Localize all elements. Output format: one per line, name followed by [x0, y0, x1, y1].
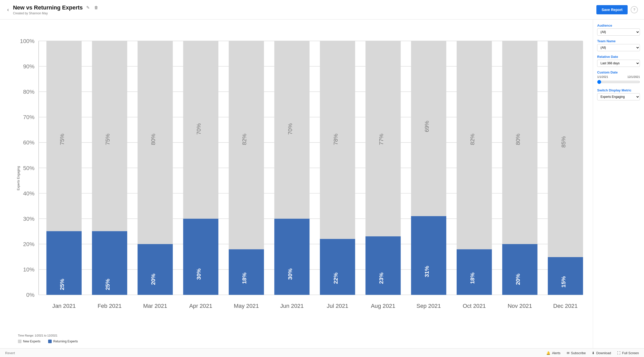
- delete-button[interactable]: 🗑: [93, 4, 99, 11]
- audience-select[interactable]: (All): [597, 28, 640, 36]
- bar-mar-returning: [137, 244, 173, 295]
- svg-text:90%: 90%: [23, 63, 35, 70]
- legend-new: New Experts: [18, 340, 40, 343]
- relative-date-select[interactable]: Last 366 days: [597, 60, 640, 67]
- alerts-button[interactable]: 🔔 Alerts: [546, 351, 560, 355]
- audience-label: Audience: [597, 24, 640, 27]
- fullscreen-label: Full Screen: [622, 351, 639, 355]
- svg-text:50%: 50%: [23, 165, 35, 171]
- fullscreen-button[interactable]: ⛶ Full Screen: [617, 351, 639, 355]
- svg-text:82%: 82%: [241, 134, 248, 145]
- bar-sep-returning: [411, 216, 446, 295]
- svg-text:69%: 69%: [424, 121, 430, 132]
- report-title-row: New vs Returning Experts ✎ 🗑: [13, 4, 597, 11]
- svg-text:18%: 18%: [469, 272, 476, 284]
- team-name-label: Team Name: [597, 39, 640, 43]
- svg-text:30%: 30%: [23, 216, 35, 222]
- svg-text:78%: 78%: [332, 134, 339, 145]
- svg-text:20%: 20%: [23, 241, 35, 247]
- bar-nov-returning: [502, 244, 538, 295]
- mail-icon: ✉: [567, 351, 570, 355]
- svg-text:31%: 31%: [424, 266, 430, 277]
- team-name-select[interactable]: (All): [597, 44, 640, 51]
- svg-text:Jan 2021: Jan 2021: [52, 303, 76, 309]
- svg-text:80%: 80%: [150, 134, 156, 145]
- svg-text:75%: 75%: [104, 134, 111, 145]
- switch-metric-label: Switch Display Metric: [597, 88, 640, 92]
- svg-text:0%: 0%: [26, 292, 35, 298]
- svg-text:May 2021: May 2021: [234, 303, 259, 309]
- alerts-label: Alerts: [552, 351, 560, 355]
- svg-text:80%: 80%: [515, 134, 521, 145]
- svg-text:40%: 40%: [23, 190, 35, 197]
- date-range-slider[interactable]: [597, 80, 640, 84]
- new-swatch: [18, 340, 22, 343]
- download-button[interactable]: ⬇ Download: [592, 351, 611, 355]
- svg-text:Aug 2021: Aug 2021: [371, 303, 395, 309]
- bar-jul-returning: [320, 239, 355, 295]
- bar-jun-returning: [274, 219, 310, 295]
- svg-text:Apr 2021: Apr 2021: [189, 303, 212, 309]
- edit-button[interactable]: ✎: [85, 4, 91, 11]
- time-range-text: Time Range: 1/2021 to 12/2021: [18, 334, 590, 337]
- help-button[interactable]: ?: [631, 6, 638, 13]
- slider-container: [597, 80, 640, 85]
- date-end: 12/1/2021: [627, 75, 640, 78]
- svg-text:23%: 23%: [378, 272, 384, 284]
- subscribe-button[interactable]: ✉ Subscribe: [567, 351, 586, 355]
- chart-area: Experts Engaging 100% 90% 80% 70% 60% 50…: [0, 19, 593, 348]
- save-report-button[interactable]: Save Report: [596, 5, 628, 14]
- bar-may-returning: [229, 249, 264, 295]
- right-panel: Audience (All) Team Name (All) Relative …: [593, 19, 644, 348]
- custom-date-label: Custom Date: [597, 70, 640, 74]
- header: ‹ New vs Returning Experts ✎ 🗑 Created b…: [0, 0, 644, 19]
- svg-text:100%: 100%: [20, 38, 35, 44]
- svg-text:22%: 22%: [332, 272, 339, 284]
- svg-text:60%: 60%: [23, 139, 35, 146]
- footer-bar: Revert 🔔 Alerts ✉ Subscribe ⬇ Download ⛶…: [0, 348, 644, 357]
- report-title: New vs Returning Experts: [13, 4, 83, 11]
- svg-text:15%: 15%: [560, 276, 567, 288]
- download-icon: ⬇: [592, 351, 595, 355]
- y-axis-label: Experts Engaging: [17, 166, 20, 191]
- legend-returning: Returning Experts: [48, 340, 78, 343]
- svg-text:20%: 20%: [150, 274, 156, 285]
- svg-text:Dec 2021: Dec 2021: [553, 303, 577, 309]
- returning-label: Returning Experts: [53, 340, 78, 343]
- svg-text:30%: 30%: [287, 268, 293, 280]
- download-label: Download: [596, 351, 611, 355]
- svg-text:Sep 2021: Sep 2021: [416, 303, 441, 309]
- title-block: New vs Returning Experts ✎ 🗑 Created by …: [13, 4, 597, 15]
- revert-button[interactable]: Revert: [5, 351, 15, 355]
- svg-text:77%: 77%: [378, 134, 384, 145]
- new-label: New Experts: [23, 340, 40, 343]
- svg-text:30%: 30%: [196, 268, 202, 280]
- subscribe-label: Subscribe: [571, 351, 586, 355]
- svg-text:75%: 75%: [59, 134, 65, 145]
- svg-text:25%: 25%: [59, 279, 65, 290]
- bar-dec-new: [548, 41, 583, 257]
- svg-text:25%: 25%: [104, 279, 111, 290]
- svg-text:10%: 10%: [23, 266, 35, 273]
- switch-metric-select[interactable]: Experts Engaging: [597, 93, 640, 100]
- svg-text:70%: 70%: [23, 114, 35, 120]
- svg-text:85%: 85%: [560, 136, 567, 148]
- bar-apr-returning: [183, 219, 219, 295]
- returning-swatch: [48, 340, 52, 343]
- svg-text:80%: 80%: [23, 89, 35, 95]
- back-button[interactable]: ‹: [6, 6, 10, 14]
- svg-text:20%: 20%: [515, 274, 521, 285]
- svg-text:Feb 2021: Feb 2021: [98, 303, 122, 309]
- chart-svg: 100% 90% 80% 70% 60% 50% 40% 30% 20% 10%: [18, 25, 588, 332]
- bell-icon: 🔔: [546, 351, 550, 355]
- svg-text:82%: 82%: [469, 134, 476, 145]
- bar-aug-returning: [366, 236, 401, 295]
- svg-text:70%: 70%: [196, 123, 202, 135]
- relative-date-label: Relative Date: [597, 55, 640, 59]
- date-range-row: 1/1/2021 12/1/2021: [597, 75, 640, 78]
- report-subtitle: Created by Shannon May: [13, 12, 597, 15]
- bar-oct-returning: [457, 249, 492, 295]
- main-content: Experts Engaging 100% 90% 80% 70% 60% 50…: [0, 19, 644, 348]
- svg-text:Jul 2021: Jul 2021: [327, 303, 348, 309]
- svg-text:Nov 2021: Nov 2021: [508, 303, 532, 309]
